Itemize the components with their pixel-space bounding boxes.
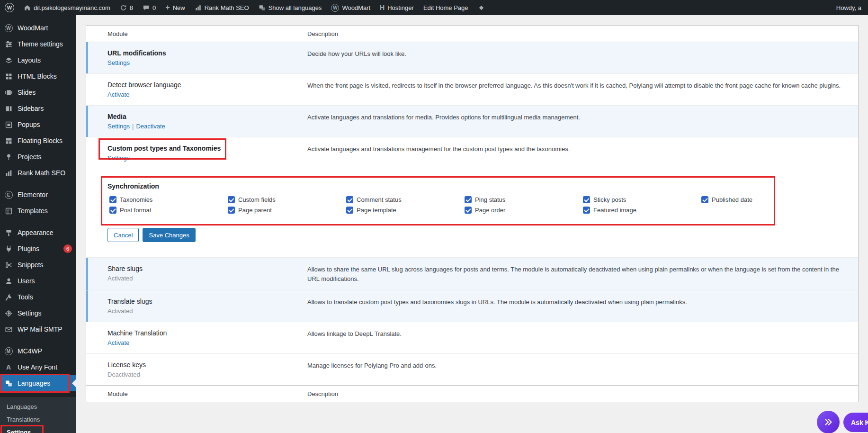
howdy-menu[interactable]: Howdy, a (832, 4, 866, 11)
sidebar-item-appearance[interactable]: Appearance (0, 225, 76, 241)
woodmart-menu[interactable]: W WoodMart (326, 0, 375, 15)
settings-link[interactable]: Settings (107, 123, 130, 130)
double-chevron-right-icon (823, 417, 833, 427)
edit-home-page-menu[interactable]: Edit Home Page (419, 0, 473, 15)
submenu-item-languages[interactable]: Languages (0, 400, 76, 413)
sync-option-page-template[interactable]: Page template (346, 207, 465, 214)
hostinger-label: Hostinger (387, 4, 414, 11)
checkbox-checked[interactable] (109, 196, 116, 203)
sidebar-item-theme-settings[interactable]: Theme settings (0, 36, 76, 52)
sync-option-custom-fields[interactable]: Custom fields (228, 196, 346, 203)
sidebar-item-snippets[interactable]: Snippets (0, 257, 76, 273)
rank-math-label: Rank Math SEO (205, 4, 249, 11)
sidebar-item-label: Projects (18, 153, 72, 161)
site-name-menu[interactable]: dil.psikologesmayinanc.com (19, 0, 115, 15)
sidebar-item-html-blocks[interactable]: HTML Blocks (0, 68, 76, 84)
menu-group: WWoodMartTheme settingsLayoutsHTML Block… (0, 20, 76, 181)
sync-option-sticky-posts[interactable]: Sticky posts (583, 196, 701, 203)
sidebar-item-use-any-font[interactable]: AUse Any Font (0, 359, 76, 375)
sidebar-item-elementor[interactable]: EElementor (0, 187, 76, 203)
module-title: Custom post types and Taxonomies (107, 144, 298, 153)
sidebar-item-mc4wp[interactable]: MMC4WP (0, 343, 76, 359)
checkbox-checked[interactable] (109, 207, 116, 214)
admin-bar: W dil.psikologesmayinanc.com 8 0 + New (0, 0, 868, 15)
deactivate-link[interactable]: Deactivate (136, 123, 165, 130)
new-content-menu[interactable]: + New (161, 0, 189, 15)
table-footer: Module Description (86, 385, 858, 402)
plus-icon: + (165, 4, 170, 11)
sidebar-item-rank-math-seo[interactable]: Rank Math SEO (0, 165, 76, 181)
admin-bar-right: Howdy, a (832, 4, 868, 11)
sidebar-item-floating-blocks[interactable]: Floating Blocks (0, 133, 76, 149)
sidebar-item-label: Use Any Font (18, 363, 72, 371)
show-all-languages-menu[interactable]: Show all languages (254, 0, 327, 15)
link-separator: | (132, 123, 134, 130)
module-cell: Machine TranslationActivate (86, 322, 303, 353)
sync-option-label: Featured image (593, 207, 636, 214)
sync-option-ping-status[interactable]: Ping status (465, 196, 583, 203)
ask-kodee-button[interactable]: Ask K (843, 413, 868, 432)
comments-menu[interactable]: 0 (138, 0, 161, 15)
user-icon (4, 277, 13, 285)
sidebar-item-templates[interactable]: Templates (0, 203, 76, 219)
checkbox-checked[interactable] (228, 207, 235, 214)
hostinger-menu[interactable]: H Hostinger (375, 0, 419, 15)
settings-link[interactable]: Settings (107, 59, 130, 66)
sidebar-item-plugins[interactable]: Plugins6 (0, 241, 76, 257)
sidebar-item-languages[interactable]: Languages (0, 375, 76, 391)
module-description: Decide how your URLs will look like. (303, 42, 858, 73)
checkbox-checked[interactable] (465, 196, 472, 203)
gear-icon (4, 309, 13, 317)
rank-math-menu[interactable]: Rank Math SEO (190, 0, 254, 15)
submenu-item-settings[interactable]: Settings (0, 426, 76, 433)
checkbox-checked[interactable] (701, 196, 708, 203)
module-row-media: MediaSettings|DeactivateActivate languag… (86, 105, 858, 137)
save-changes-button[interactable]: Save Changes (143, 228, 195, 242)
module-row-url-modifications: URL modificationsSettingsDecide how your… (86, 42, 858, 73)
sidebar-item-users[interactable]: Users (0, 273, 76, 289)
wp-logo-menu[interactable]: W (0, 0, 19, 15)
diamond-icon (478, 4, 485, 11)
sync-option-page-parent[interactable]: Page parent (228, 207, 346, 214)
sidebar-item-settings[interactable]: Settings (0, 305, 76, 321)
checkbox-checked[interactable] (346, 207, 353, 214)
assistant-toggle-button[interactable] (817, 411, 840, 433)
submenu-item-translations[interactable]: Translations (0, 413, 76, 426)
sync-option-taxonomies[interactable]: Taxonomies (109, 196, 228, 203)
updates-count: 8 (130, 4, 133, 11)
sync-option-published-date[interactable]: Published date (701, 196, 820, 203)
sidebar-item-popups[interactable]: Popups (0, 117, 76, 133)
activate-link[interactable]: Activate (107, 339, 129, 346)
sidebar-item-layouts[interactable]: Layouts (0, 52, 76, 68)
checkbox-checked[interactable] (583, 207, 590, 214)
mail-icon (4, 325, 13, 334)
sidebar-item-tools[interactable]: Tools (0, 289, 76, 305)
cancel-button[interactable]: Cancel (107, 228, 139, 242)
checkbox-checked[interactable] (228, 196, 235, 203)
sidebar-item-projects[interactable]: Projects (0, 149, 76, 165)
checkbox-checked[interactable] (583, 196, 590, 203)
synchronization-options: TaxonomiesCustom fieldsComment statusPin… (109, 196, 858, 214)
updates-menu[interactable]: 8 (115, 0, 138, 15)
activate-link[interactable]: Activate (107, 91, 129, 98)
blocks-icon (4, 137, 13, 145)
sync-option-label: Ping status (475, 196, 505, 203)
sidebar-item-woodmart[interactable]: WWoodMart (0, 20, 76, 36)
sidebar-item-sidebars[interactable]: Sidebars (0, 100, 76, 117)
woodmart-label: WoodMart (342, 4, 370, 11)
settings-link[interactable]: Settings (107, 154, 130, 162)
sync-option-featured-image[interactable]: Featured image (583, 207, 701, 214)
admin-bar-left: W dil.psikologesmayinanc.com 8 0 + New (0, 0, 490, 15)
sidebar-item-slides[interactable]: Slides (0, 84, 76, 100)
sidebar-item-label: WoodMart (18, 24, 72, 32)
sync-option-label: Post format (120, 207, 151, 214)
theme-builder-menu[interactable] (473, 0, 490, 15)
sidebar-item-label: Plugins (18, 245, 59, 253)
module-description: Allows to translate custom post types an… (303, 290, 858, 322)
sync-option-page-order[interactable]: Page order (465, 207, 583, 214)
sync-option-post-format[interactable]: Post format (109, 207, 228, 214)
sync-option-comment-status[interactable]: Comment status (346, 196, 465, 203)
checkbox-checked[interactable] (346, 196, 353, 203)
checkbox-checked[interactable] (465, 207, 472, 214)
sidebar-item-wp-mail-smtp[interactable]: WP Mail SMTP (0, 321, 76, 337)
